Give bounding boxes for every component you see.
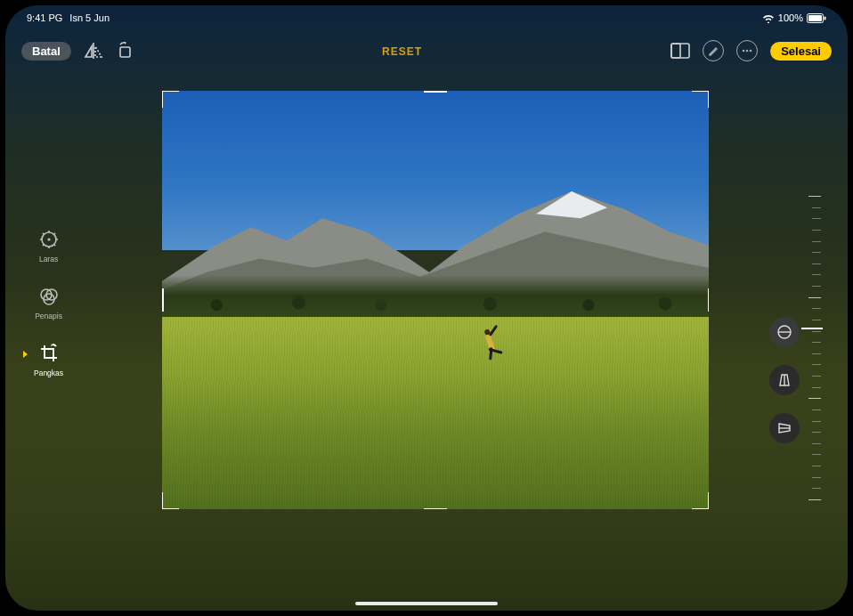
rotate-icon[interactable] — [116, 42, 134, 60]
markup-icon[interactable] — [703, 40, 724, 61]
svg-point-8 — [750, 50, 752, 53]
active-indicator-icon — [23, 351, 28, 358]
status-date: Isn 5 Jun — [69, 12, 110, 23]
svg-rect-5 — [671, 44, 680, 58]
done-button[interactable]: Selesai — [770, 42, 832, 61]
reset-button[interactable]: RESET — [382, 45, 422, 58]
crop-handle-top-left[interactable] — [162, 91, 179, 108]
crop-canvas[interactable] — [162, 91, 709, 509]
sidebar-item-label: Pangkas — [34, 369, 63, 377]
straighten-panel — [769, 192, 821, 504]
ruler-pointer-handle[interactable] — [801, 328, 823, 329]
battery-percent: 100% — [778, 12, 803, 23]
svg-point-7 — [746, 50, 749, 53]
status-time: 9:41 PG — [27, 12, 62, 23]
sidebar-item-crop[interactable]: Pangkas — [34, 342, 63, 377]
adjust-dial-icon — [37, 228, 61, 251]
edit-mode-sidebar: Laras Penapis Pangkas — [34, 228, 63, 377]
straighten-button[interactable] — [769, 317, 800, 347]
straighten-ruler[interactable] — [805, 192, 821, 504]
aspect-ratio-icon[interactable] — [670, 43, 690, 59]
wifi-icon — [762, 13, 775, 23]
cancel-button[interactable]: Batal — [21, 42, 71, 61]
photo-preview — [162, 91, 709, 509]
svg-rect-2 — [825, 16, 826, 20]
crop-handle-bottom-right[interactable] — [692, 492, 709, 509]
sidebar-item-filters[interactable]: Penapis — [35, 285, 62, 320]
perspective-vertical-button[interactable] — [769, 365, 800, 395]
status-bar: 9:41 PG Isn 5 Jun 100% — [5, 5, 848, 30]
crop-handle-top-right[interactable] — [692, 91, 709, 108]
editor-toolbar: Batal RESET Selesai — [5, 32, 848, 69]
crop-handle-top[interactable] — [424, 91, 447, 93]
crop-handle-bottom[interactable] — [424, 508, 447, 510]
svg-rect-3 — [120, 47, 130, 57]
sidebar-item-label: Penapis — [35, 312, 62, 320]
crop-handle-right[interactable] — [708, 288, 710, 312]
filters-venn-icon — [37, 285, 61, 308]
crop-handle-left[interactable] — [162, 288, 164, 312]
svg-point-10 — [47, 238, 50, 240]
battery-icon — [807, 13, 826, 23]
crop-handle-bottom-left[interactable] — [162, 492, 179, 509]
sidebar-item-label: Laras — [39, 255, 58, 263]
flip-icon[interactable] — [84, 42, 103, 60]
svg-rect-1 — [808, 15, 822, 21]
crop-rotate-icon — [37, 342, 61, 365]
svg-point-6 — [743, 50, 745, 53]
home-indicator[interactable] — [355, 602, 498, 605]
sidebar-item-adjust[interactable]: Laras — [37, 228, 61, 263]
more-icon[interactable] — [736, 40, 758, 61]
perspective-horizontal-button[interactable] — [769, 413, 800, 443]
